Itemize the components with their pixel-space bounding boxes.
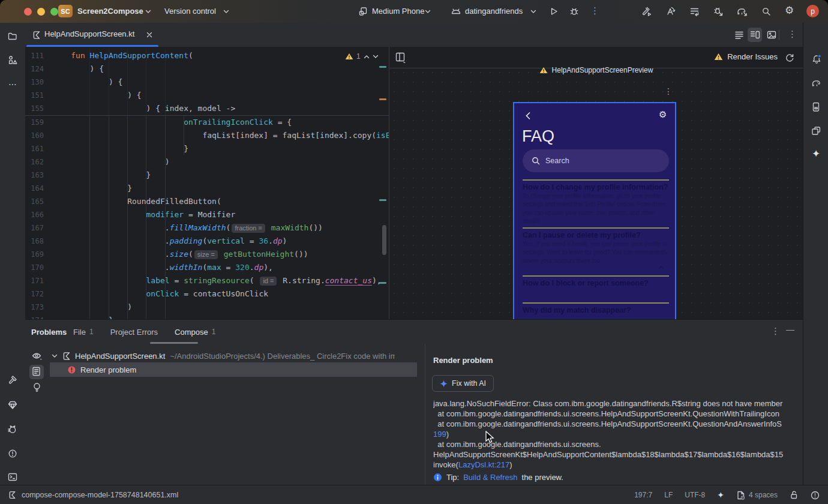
layout-options-icon[interactable] <box>395 52 406 63</box>
run-icon[interactable] <box>549 7 559 16</box>
code-editor[interactable]: 111fun HelpAndSupportContent(124) {130) … <box>25 47 389 319</box>
minimize-window-button[interactable] <box>37 8 45 16</box>
zoom-window-button[interactable] <box>50 8 58 16</box>
faq-question-2[interactable]: Can I pause or delete my profile? <box>523 231 669 239</box>
user-avatar[interactable]: p <box>806 5 819 17</box>
next-problem-icon[interactable] <box>373 55 379 59</box>
preview-device-frame[interactable]: ⚙ FAQ Search How do I change my profile … <box>513 102 676 319</box>
notifications-icon[interactable] <box>811 54 821 64</box>
code-line-170[interactable]: 170.widthIn(max = 320.dp), <box>25 261 389 274</box>
code-line-111[interactable]: 111fun HelpAndSupportContent( <box>25 49 389 62</box>
refresh-preview-icon[interactable] <box>785 53 794 62</box>
profiler-icon[interactable] <box>713 6 724 17</box>
code-line-171[interactable]: 171label = stringResource( id = R.string… <box>25 274 389 287</box>
faq-question-3[interactable]: How do I block or report someone? <box>523 279 669 287</box>
stack-trace-link[interactable]: 199 <box>433 430 446 439</box>
power-save-icon[interactable] <box>811 491 820 500</box>
faq-question-4[interactable]: Why did my match disappear? <box>523 306 669 314</box>
code-line-172[interactable]: 172onClick = contactUsOnClick <box>25 287 389 301</box>
split-view-button[interactable] <box>748 28 762 42</box>
faq-question-1[interactable]: How do I change my profile information? <box>523 183 669 191</box>
code-line-159[interactable]: 159onTrailingIconClick = { <box>25 116 389 129</box>
problems-tool-icon[interactable] <box>8 449 17 458</box>
terminal-tool-icon[interactable] <box>8 472 17 482</box>
prev-problem-icon[interactable] <box>364 55 370 59</box>
code-line-165[interactable]: 165RoundedFilledButton( <box>25 195 389 208</box>
code-line-169[interactable]: 169.size(size = getButtonHeight()) <box>25 248 389 261</box>
settings-icon[interactable]: ⚙ <box>785 5 794 17</box>
vcs-widget[interactable]: Version control <box>164 7 216 16</box>
panel-tab-file[interactable]: File1 <box>73 328 94 337</box>
inspection-widget[interactable]: 1 <box>345 52 379 61</box>
device-selector[interactable]: Medium Phone <box>372 7 424 16</box>
more-actions-icon[interactable]: ⋮ <box>590 5 599 16</box>
build-refresh-link[interactable]: Build & Refresh <box>463 473 517 482</box>
preview-options-icon[interactable]: ⋮ <box>664 86 673 96</box>
panel-options-icon[interactable]: ⋮ <box>771 326 780 337</box>
code-line-130[interactable]: 130) { <box>25 76 389 89</box>
code-line-155[interactable]: 155) { index, model -> <box>25 102 389 115</box>
run-configuration[interactable]: datingandfriends <box>465 7 523 16</box>
code-line-173[interactable]: 173) <box>25 301 389 314</box>
resource-manager-icon[interactable] <box>8 55 17 65</box>
code-line-151[interactable]: 151) { <box>25 89 389 102</box>
running-devices-icon[interactable] <box>811 126 821 136</box>
build-run-icon[interactable] <box>641 7 652 17</box>
device-manager-icon[interactable] <box>811 102 821 112</box>
more-tool-windows-icon[interactable]: ⋯ <box>0 79 25 89</box>
back-icon[interactable] <box>525 112 531 120</box>
code-line-161[interactable]: 161} <box>25 142 389 155</box>
code-line-174[interactable]: 174} <box>25 314 389 319</box>
tab-helpandsupportscreen[interactable]: HelpAndSupportScreen.kt <box>26 23 158 47</box>
code-line-124[interactable]: 124) { <box>25 62 389 76</box>
code-line-167[interactable]: 167.fillMaxWidth(fraction = maxWidth()) <box>25 221 389 235</box>
fix-with-ai-button[interactable]: Fix with AI <box>432 375 494 392</box>
file-encoding[interactable]: UTF-8 <box>685 491 705 499</box>
project-badge[interactable]: SC <box>58 5 73 17</box>
code-line-166[interactable]: 166modifier = Modifier <box>25 208 389 221</box>
faq-search-field[interactable]: Search <box>523 149 669 172</box>
caret-position[interactable]: 197:7 <box>634 491 652 499</box>
search-icon[interactable] <box>761 7 772 17</box>
gradle-sync-icon[interactable] <box>736 6 748 17</box>
design-view-button[interactable] <box>764 28 779 42</box>
stack-trace-link[interactable]: LazyDsl.kt:217 <box>458 460 509 469</box>
indent-widget[interactable]: 4 spaces <box>736 491 778 500</box>
quickfix-bulb-icon[interactable] <box>32 382 41 392</box>
logcat-icon[interactable] <box>8 425 17 434</box>
project-tool-icon[interactable] <box>8 31 17 41</box>
view-options-eye-icon[interactable] <box>32 351 43 361</box>
debug-icon[interactable] <box>569 7 579 16</box>
unlock-icon[interactable] <box>790 490 799 500</box>
task-list-icon[interactable] <box>689 7 700 16</box>
panel-tab-compose[interactable]: Compose1 <box>175 328 215 337</box>
app-quality-insights-icon[interactable] <box>8 400 17 410</box>
panel-tab-project-errors[interactable]: Project Errors <box>110 328 158 337</box>
build-tool-icon[interactable] <box>8 375 17 385</box>
project-name[interactable]: Screen2Compose <box>77 7 143 16</box>
close-tab-icon[interactable] <box>146 32 152 38</box>
code-line-160[interactable]: 160faqList[index] = faqList[index].copy(… <box>25 129 389 142</box>
faq-settings-icon[interactable]: ⚙ <box>659 109 667 120</box>
hide-panel-icon[interactable]: — <box>786 325 794 334</box>
code-line-162[interactable]: 162) <box>25 155 389 169</box>
preview-title[interactable]: HelpAndSupportScreenPreview <box>552 66 653 74</box>
code-assist-icon[interactable] <box>665 6 676 17</box>
preview-source-toggle[interactable] <box>29 365 44 379</box>
code-line-163[interactable]: 163} <box>25 169 389 182</box>
gradle-icon[interactable] <box>811 78 821 88</box>
code-view-button[interactable] <box>732 28 746 42</box>
tree-error-row[interactable]: Render problem <box>67 362 136 377</box>
line-separator[interactable]: LF <box>664 491 673 499</box>
status-file-name[interactable]: compose-compose-model-1758748140651.xml <box>22 491 178 499</box>
editor-scrollbar-thumb[interactable] <box>382 225 386 255</box>
panel-splitter[interactable] <box>425 344 425 485</box>
close-window-button[interactable] <box>24 8 32 16</box>
code-line-164[interactable]: 164} <box>25 182 389 195</box>
code-line-168[interactable]: 168.padding(vertical = 36.dp) <box>25 235 389 248</box>
editor-options-icon[interactable]: ⋮ <box>788 29 797 40</box>
gemini-status-icon[interactable]: ✦ <box>717 490 724 500</box>
tree-file-row[interactable]: HelpAndSupportScreen.kt ~/AndroidStudioP… <box>52 349 395 363</box>
render-issues-status[interactable]: Render Issues <box>714 52 778 61</box>
gemini-tool-icon[interactable]: ✦ <box>803 148 828 160</box>
